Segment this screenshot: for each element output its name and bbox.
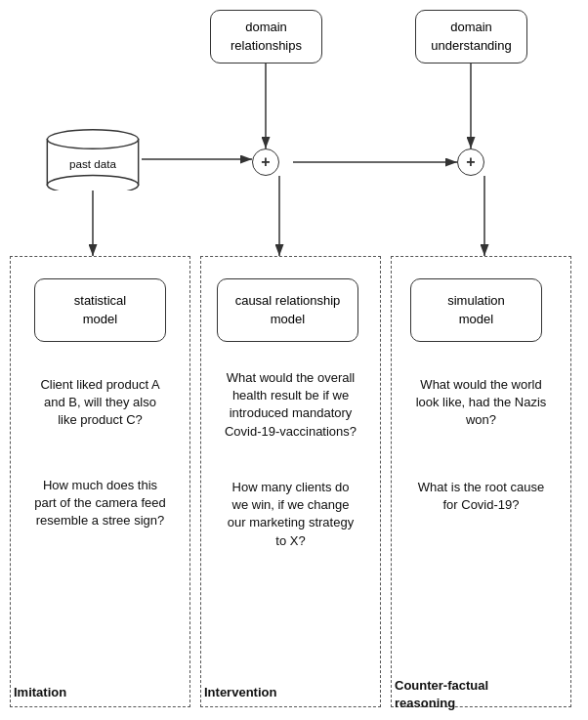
- causal-model-label: causal relationshipmodel: [235, 292, 341, 327]
- imitation-section-label: Imitation: [14, 684, 187, 701]
- statistical-model-box: statisticalmodel: [34, 278, 166, 342]
- causal-model-box: causal relationshipmodel: [217, 278, 358, 342]
- intervention-section-label: Intervention: [204, 684, 377, 701]
- svg-point-9: [47, 175, 138, 191]
- client-liked-text: Client liked product Aand B, will they a…: [14, 376, 187, 430]
- domain-relationships-label: domainrelationships: [231, 19, 302, 54]
- domain-understanding-label: domainunderstanding: [431, 19, 511, 54]
- how-much-text: How much does thispart of the camera fee…: [14, 477, 187, 530]
- simulation-model-label: simulationmodel: [447, 292, 505, 327]
- root-cause-text: What is the root causefor Covid-19?: [395, 479, 567, 514]
- diagram: domainrelationships domainunderstanding …: [0, 0, 588, 720]
- domain-understanding-box: domainunderstanding: [415, 10, 527, 64]
- counterfactual-section-label: Counter-factualreasoning: [395, 677, 567, 712]
- plus-circle-2: +: [457, 148, 484, 176]
- how-many-text: How many clients dowe win, if we changeo…: [204, 479, 377, 550]
- past-data-cylinder: past data: [44, 122, 142, 191]
- plus-circle-1: +: [252, 148, 279, 176]
- svg-text:past data: past data: [69, 157, 116, 170]
- what-would-health-text: What would the overallhealth result be i…: [204, 369, 377, 441]
- domain-relationships-box: domainrelationships: [210, 10, 322, 64]
- statistical-model-label: statisticalmodel: [74, 292, 126, 327]
- simulation-model-box: simulationmodel: [410, 278, 542, 342]
- svg-point-10: [47, 130, 138, 148]
- what-would-world-text: What would the worldlook like, had the N…: [395, 376, 567, 430]
